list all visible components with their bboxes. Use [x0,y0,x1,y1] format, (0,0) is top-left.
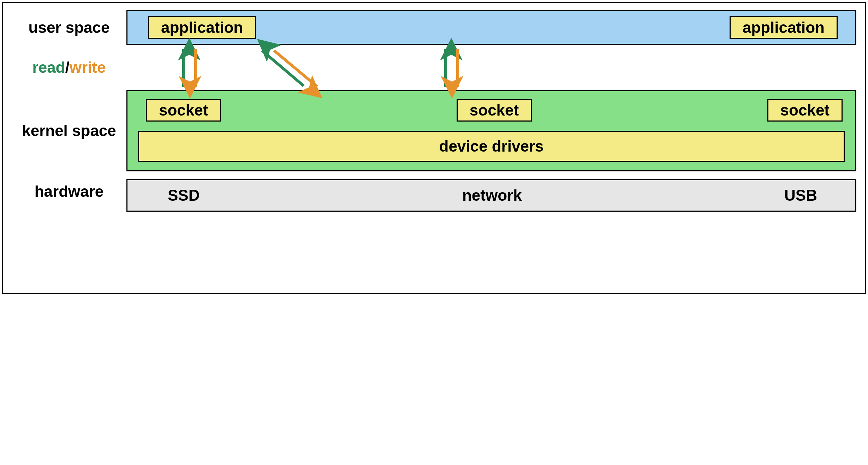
device-drivers-box: device drivers [138,131,845,162]
hw-item-ssd: SSD [168,187,200,204]
label-kernel-space: kernel space [12,122,126,139]
label-slash: / [65,59,70,76]
arrows-stage [126,45,856,90]
socket-box-1: socket [146,99,221,122]
arrow-write-2-icon [268,48,324,90]
socket-box-3: socket [767,99,843,122]
svg-line-3 [274,51,317,87]
application-box-1: application [148,16,256,39]
socket-row: socket socket socket [138,99,845,122]
label-write: write [70,59,106,76]
hardware-band: SSD network USB [126,179,856,212]
label-read-write: read/write [12,59,126,76]
spacer [538,99,761,122]
kernel-space-col: socket socket socket device drivers [126,90,856,171]
label-hardware: hardware [12,183,126,200]
row-hardware: hardware SSD network USB [12,171,856,212]
row-read-write: read/write [12,45,856,90]
row-kernel-space: kernel space socket socket socket device… [12,90,856,171]
hw-item-network: network [462,187,522,204]
kernel-space-band: socket socket socket device drivers [126,90,856,171]
arrow-read-3-icon [441,46,450,89]
label-user-space: user space [12,19,126,36]
arrow-read-1-icon [179,46,188,89]
hardware-col: SSD network USB [126,171,856,212]
label-read: read [32,59,65,76]
arrow-write-3-icon [453,46,462,89]
user-space-col: application application [126,10,856,45]
arrow-write-1-icon [191,46,200,89]
application-box-2: application [730,16,838,39]
row-user-space: user space application application [12,10,856,45]
diagram-frame: user space application application read/… [2,2,866,294]
user-space-band: application application [126,10,856,45]
socket-box-2: socket [457,99,532,122]
spacer [227,99,450,122]
hw-item-usb: USB [784,187,817,204]
